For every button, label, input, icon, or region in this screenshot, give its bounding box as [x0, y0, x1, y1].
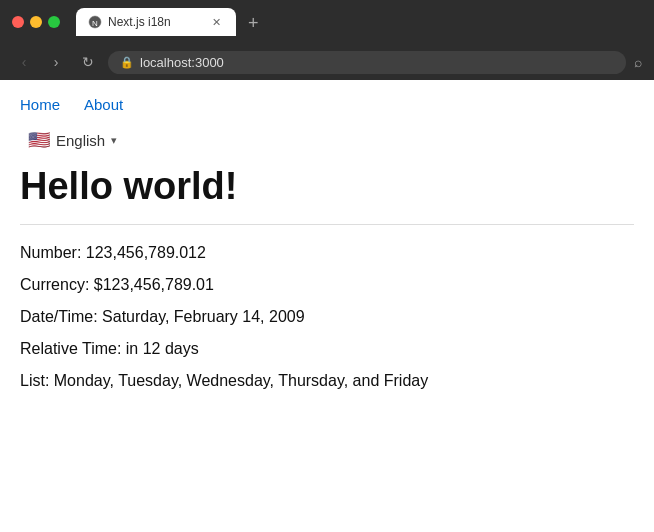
flag-icon: 🇺🇸	[28, 129, 50, 151]
forward-button[interactable]: ›	[44, 50, 68, 74]
nav-link-about[interactable]: About	[84, 96, 123, 113]
window-controls	[12, 16, 60, 28]
close-button[interactable]	[12, 16, 24, 28]
nav-link-home[interactable]: Home	[20, 96, 60, 113]
back-button[interactable]: ‹	[12, 50, 36, 74]
nav-links: Home About	[20, 96, 634, 113]
language-selector[interactable]: 🇺🇸 English ▾	[20, 125, 125, 155]
list-item: Currency: $123,456,789.01	[20, 273, 634, 297]
tab-title: Next.js i18n	[108, 15, 202, 29]
tab-bar: N Next.js i18n ✕ +	[68, 8, 275, 36]
browser-chrome: N Next.js i18n ✕ + ‹ › ↻ 🔒 localhost:300…	[0, 0, 654, 80]
refresh-icon: ↻	[82, 54, 94, 70]
info-list: Number: 123,456,789.012Currency: $123,45…	[20, 241, 634, 393]
address-text: localhost:3000	[140, 55, 614, 70]
tab-favicon: N	[88, 15, 102, 29]
maximize-button[interactable]	[48, 16, 60, 28]
page-content: Home About 🇺🇸 English ▾ Hello world! Num…	[0, 80, 654, 417]
address-bar: ‹ › ↻ 🔒 localhost:3000 ⌕	[0, 44, 654, 80]
back-icon: ‹	[22, 54, 27, 70]
main-heading: Hello world!	[20, 165, 634, 208]
content-divider	[20, 224, 634, 225]
refresh-button[interactable]: ↻	[76, 50, 100, 74]
new-tab-button[interactable]: +	[240, 10, 267, 36]
svg-text:N: N	[92, 19, 98, 28]
list-item: List: Monday, Tuesday, Wednesday, Thursd…	[20, 369, 634, 393]
language-label: English	[56, 132, 105, 149]
address-input-wrapper[interactable]: 🔒 localhost:3000	[108, 51, 626, 74]
forward-icon: ›	[54, 54, 59, 70]
active-tab[interactable]: N Next.js i18n ✕	[76, 8, 236, 36]
list-item: Date/Time: Saturday, February 14, 2009	[20, 305, 634, 329]
lock-icon: 🔒	[120, 56, 134, 69]
title-bar: N Next.js i18n ✕ +	[0, 0, 654, 44]
list-item: Number: 123,456,789.012	[20, 241, 634, 265]
tab-close-button[interactable]: ✕	[208, 14, 224, 30]
minimize-button[interactable]	[30, 16, 42, 28]
zoom-icon[interactable]: ⌕	[634, 54, 642, 70]
chevron-down-icon: ▾	[111, 134, 117, 147]
list-item: Relative Time: in 12 days	[20, 337, 634, 361]
